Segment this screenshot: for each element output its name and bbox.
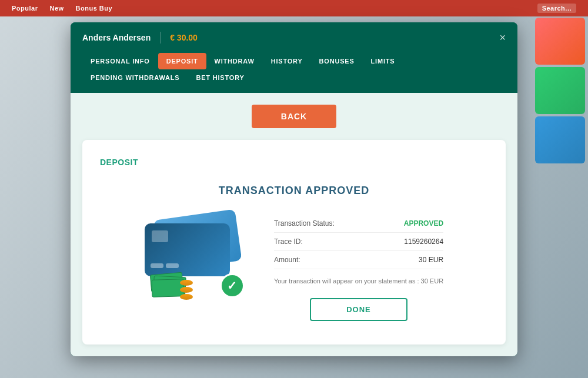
statement-note: Your transaction will appear on your sta…	[274, 276, 443, 286]
back-button-wrapper: BACK	[82, 105, 506, 128]
done-button-wrapper: DONE	[274, 298, 443, 321]
close-button[interactable]: ×	[499, 32, 506, 43]
nav-item-popular[interactable]: Popular	[12, 5, 38, 12]
modal-body: BACK DEPOSIT TRANSACTION APPROVED	[71, 93, 517, 356]
check-circle-icon	[220, 273, 245, 298]
tab-bonuses[interactable]: BONUSES	[311, 53, 363, 69]
transaction-content: TRANSACTION APPROVED	[100, 179, 488, 327]
transaction-title: TRANSACTION APPROVED	[219, 185, 369, 197]
search-label: Search...	[542, 5, 572, 12]
card-illustration	[145, 215, 250, 309]
card-dot-1	[151, 263, 163, 268]
amount-value: 30 EUR	[419, 256, 443, 264]
status-label: Transaction Status:	[274, 219, 335, 228]
user-balance: € 30.00	[170, 33, 198, 42]
nav-item-new[interactable]: New	[49, 5, 64, 12]
tab-pending-withdrawals[interactable]: PENDING WITHDRAWALS	[82, 69, 188, 86]
card-chip	[152, 230, 168, 242]
modal-tabs: PERSONAL INFO DEPOSIT WITHDRAW HISTORY B…	[71, 53, 517, 93]
user-name: Anders Andersen	[82, 33, 151, 42]
search-box: Search...	[537, 4, 576, 13]
tab-limits[interactable]: LIMITS	[363, 53, 403, 69]
trace-value: 1159260264	[404, 237, 443, 246]
credit-card-front	[145, 223, 230, 276]
tab-bet-history[interactable]: BET HISTORY	[188, 69, 252, 86]
deposit-card: DEPOSIT TRANSACTION APPROVED	[82, 140, 506, 344]
tab-history[interactable]: HISTORY	[263, 53, 311, 69]
transaction-details: Transaction Status: APPROVED Trace ID: 1…	[274, 215, 443, 321]
amount-label: Amount:	[274, 256, 300, 264]
tab-withdraw[interactable]: WITHDRAW	[206, 53, 263, 69]
trace-label: Trace ID:	[274, 237, 303, 246]
coin-3	[180, 294, 193, 300]
account-modal: Anders Andersen € 30.00 × PERSONAL INFO …	[71, 22, 517, 356]
nav-item-bonus-buy[interactable]: Bonus Buy	[76, 5, 113, 12]
status-value: APPROVED	[404, 219, 443, 228]
top-navigation: Popular New Bonus Buy Search...	[0, 0, 588, 16]
detail-row-amount: Amount: 30 EUR	[274, 251, 443, 269]
deposit-section-title: DEPOSIT	[100, 158, 488, 167]
card-dot-2	[166, 263, 179, 268]
modal-backdrop: Anders Andersen € 30.00 × PERSONAL INFO …	[0, 16, 588, 378]
modal-header: Anders Andersen € 30.00 ×	[71, 22, 517, 53]
coin-2	[180, 287, 193, 293]
coin-1	[180, 280, 193, 286]
tab-deposit[interactable]: DEPOSIT	[158, 53, 206, 69]
header-divider	[160, 32, 161, 44]
tab-personal-info[interactable]: PERSONAL INFO	[82, 53, 158, 69]
coins	[180, 280, 193, 300]
transaction-main: Transaction Status: APPROVED Trace ID: 1…	[100, 215, 488, 321]
detail-row-status: Transaction Status: APPROVED	[274, 215, 443, 233]
back-button[interactable]: BACK	[252, 105, 336, 128]
done-button[interactable]: DONE	[310, 298, 407, 321]
detail-row-trace: Trace ID: 1159260264	[274, 233, 443, 251]
card-dots	[151, 263, 224, 268]
